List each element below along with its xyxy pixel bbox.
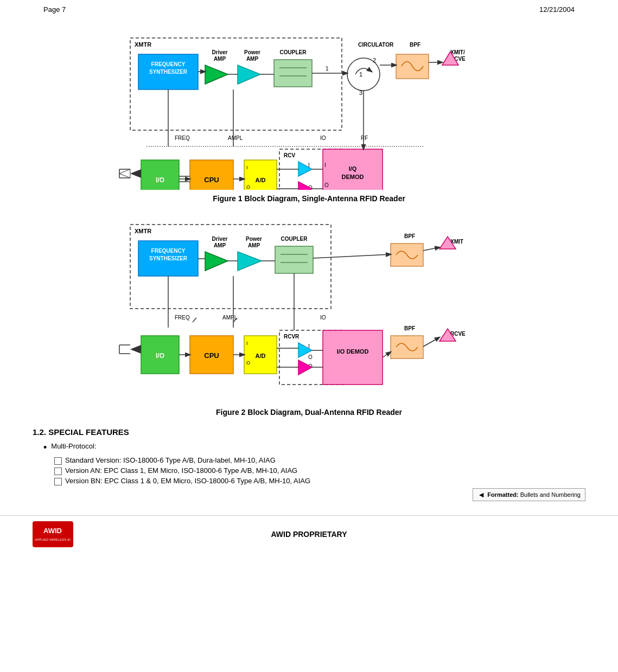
svg-text:AMP: AMP	[213, 242, 226, 248]
bullet-section: • Multi-Protocol: Standard Version: ISO-…	[43, 442, 585, 485]
footer-logo: AWID APPLIED WIRELESS ID	[33, 521, 73, 547]
svg-text:3: 3	[359, 89, 362, 96]
svg-text:XMTR: XMTR	[135, 41, 151, 48]
sub-item-text: Version BN: EPC Class 1 & 0, EM Micro, I…	[65, 477, 310, 485]
svg-rect-57	[141, 160, 179, 190]
section-heading: 1.2. SPECIAL FEATURES	[33, 427, 585, 437]
svg-text:SYNTHESIZER: SYNTHESIZER	[149, 69, 187, 75]
svg-text:APPLIED WIRELESS ID: APPLIED WIRELESS ID	[35, 538, 71, 541]
formatted-arrow-icon: ◄	[477, 490, 485, 499]
svg-marker-43	[298, 162, 312, 176]
list-item: Version AN: EPC Class 1, EM Micro, ISO-1…	[54, 466, 585, 475]
svg-text:Power: Power	[245, 236, 262, 242]
svg-rect-51	[190, 160, 233, 190]
svg-marker-7	[205, 65, 228, 84]
svg-text:RF: RF	[361, 135, 368, 141]
svg-text:I/O DEMOD: I/O DEMOD	[336, 348, 368, 355]
svg-text:A/D: A/D	[255, 353, 265, 359]
svg-text:2: 2	[373, 57, 376, 63]
svg-text:AWID: AWID	[43, 527, 62, 535]
page-header: Page 7 12/21/2004	[0, 0, 618, 16]
svg-text:CPU: CPU	[204, 176, 219, 184]
figure2-diagram: XMTR FREQUENCY SYNTHESIZER Driver AMP Po…	[114, 214, 505, 404]
footer-proprietary: AWID PROPRIETARY	[271, 530, 347, 539]
svg-text:1: 1	[359, 71, 362, 78]
svg-text:FREQUENCY: FREQUENCY	[151, 61, 185, 67]
svg-text:BPF: BPF	[404, 233, 415, 239]
svg-rect-111	[323, 330, 383, 385]
svg-marker-60	[119, 169, 130, 178]
svg-marker-59	[130, 169, 141, 178]
figure1-diagram: XMTR FREQUENCY SYNTHESIZER Driver AMP Po…	[114, 22, 505, 190]
page-date: 12/21/2004	[539, 5, 575, 14]
page-number: Page 7	[43, 5, 66, 14]
svg-text:RCVR: RCVR	[284, 334, 300, 340]
svg-text:Driver: Driver	[212, 236, 227, 242]
svg-text:O: O	[246, 360, 250, 366]
page-footer: AWID APPLIED WIRELESS ID AWID PROPRIETAR…	[0, 515, 618, 553]
svg-marker-110	[298, 360, 312, 375]
svg-text:O: O	[324, 182, 329, 188]
svg-line-98	[193, 318, 196, 322]
svg-marker-127	[130, 345, 141, 354]
list-item: Standard Version: ISO-18000-6 Type A/B, …	[54, 456, 585, 465]
main-content: XMTR FREQUENCY SYNTHESIZER Driver AMP Po…	[0, 16, 618, 494]
svg-marker-79	[205, 252, 228, 271]
svg-text:AMP: AMP	[246, 56, 258, 62]
svg-line-94	[313, 254, 391, 258]
svg-text:IO: IO	[320, 315, 326, 321]
svg-text:Driver: Driver	[212, 49, 227, 55]
svg-text:COUPLER: COUPLER	[279, 49, 307, 55]
svg-text:I/O: I/O	[155, 352, 164, 360]
svg-text:IO: IO	[320, 135, 326, 141]
figure1-caption: Figure 1 Block Diagram, Single-Antenna R…	[33, 194, 585, 203]
svg-text:CIRCULATOR: CIRCULATOR	[358, 42, 394, 48]
svg-text:I: I	[324, 162, 326, 168]
svg-text:CPU: CPU	[204, 351, 219, 360]
svg-line-115	[383, 352, 391, 357]
svg-text:AMPL: AMPL	[228, 135, 243, 141]
svg-text:I: I	[246, 165, 248, 170]
awid-logo: AWID APPLIED WIRELESS ID	[33, 521, 73, 547]
svg-text:XMTR: XMTR	[135, 228, 151, 234]
svg-text:I/Q: I/Q	[348, 165, 356, 172]
svg-text:A/D: A/D	[255, 177, 265, 183]
svg-text:SYNTHESIZER: SYNTHESIZER	[149, 255, 187, 261]
svg-text:RCV: RCV	[284, 152, 295, 158]
sub-item-text: Standard Version: ISO-18000-6 Type A/B, …	[65, 456, 276, 464]
svg-line-118	[423, 337, 439, 347]
svg-text:Power: Power	[244, 49, 260, 55]
svg-text:I/O: I/O	[155, 176, 164, 184]
svg-text:FREQ: FREQ	[175, 315, 190, 321]
sub-bullet-icon	[54, 457, 62, 465]
svg-text:O: O	[246, 184, 250, 190]
svg-text:BPF: BPF	[404, 325, 415, 331]
svg-rect-12	[274, 60, 312, 87]
bullet-main: • Multi-Protocol:	[43, 442, 585, 454]
svg-text:BPF: BPF	[410, 42, 421, 48]
formatted-note: ◄ Formatted: Bullets and Numbering	[473, 488, 585, 501]
svg-text:AMP: AMP	[247, 242, 260, 248]
svg-rect-84	[275, 246, 313, 273]
bullet-dot: •	[43, 442, 47, 454]
sub-item-text: Version AN: EPC Class 1, EM Micro, ISO-1…	[65, 466, 297, 475]
svg-marker-82	[238, 252, 262, 271]
svg-marker-10	[238, 65, 260, 84]
svg-text:I: I	[246, 341, 248, 346]
formatted-label: Formatted: Bullets and Numbering	[487, 491, 581, 498]
sub-bullet-icon	[54, 468, 62, 475]
bullet-main-label: Multi-Protocol:	[51, 442, 96, 450]
svg-text:COUPLER: COUPLER	[281, 236, 308, 242]
sub-bullet-icon	[54, 478, 62, 485]
svg-text:AMP: AMP	[213, 56, 226, 62]
svg-text:FREQUENCY: FREQUENCY	[151, 248, 185, 254]
list-item: Version BN: EPC Class 1 & 0, EM Micro, I…	[54, 477, 585, 485]
svg-text:FREQ: FREQ	[175, 135, 190, 141]
sub-list: Standard Version: ISO-18000-6 Type A/B, …	[54, 456, 585, 485]
svg-text:1: 1	[326, 66, 329, 72]
svg-line-95	[423, 247, 439, 251]
svg-text:O: O	[308, 354, 313, 360]
svg-text:DEMOD: DEMOD	[341, 174, 364, 180]
figure2-caption: Figure 2 Block Diagram, Dual-Antenna RFI…	[33, 408, 585, 417]
